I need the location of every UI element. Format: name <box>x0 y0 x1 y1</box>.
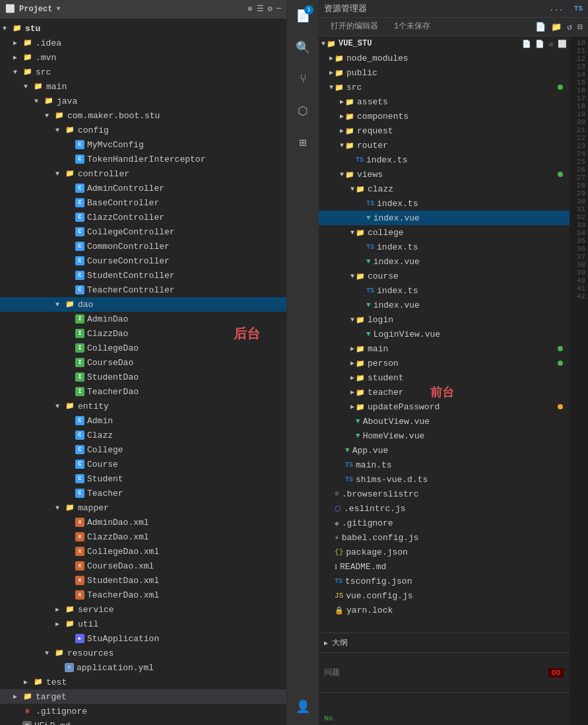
tree-item-mvn[interactable]: ▶ 📁 .mvn <box>0 50 286 65</box>
tree-item-config[interactable]: ▼ 📁 config <box>0 123 286 137</box>
tree-item-studentdao[interactable]: ▶ I StudentDao <box>0 370 286 384</box>
file-item-public[interactable]: ▶ 📁 public <box>319 65 570 80</box>
file-item-student-folder[interactable]: ▶ 📁 student <box>319 370 570 385</box>
tree-item-course-entity[interactable]: ▶ C Course <box>0 457 286 471</box>
tree-item-src[interactable]: ▼ 📁 src <box>0 65 286 79</box>
tree-item-teacherdao[interactable]: ▶ I TeacherDao <box>0 384 286 399</box>
tree-item-collegedao-xml[interactable]: ▶ X CollegeDao.xml <box>0 544 286 559</box>
tree-item-admindao[interactable]: ▶ I AdminDao <box>0 312 286 326</box>
tree-item-collegecontroller[interactable]: ▶ C CollegeController <box>0 224 286 239</box>
minimize-icon[interactable]: — <box>277 4 281 14</box>
tree-item-entity[interactable]: ▼ 📁 entity <box>0 399 286 413</box>
file-item-login[interactable]: ▼ 📁 login <box>319 312 570 327</box>
file-item-college-index-ts[interactable]: ▶ TS index.ts <box>319 240 570 254</box>
tree-item-mapper[interactable]: ▼ 📁 mapper <box>0 501 286 515</box>
file-item-yarn-lock[interactable]: ▶ 🔒 yarn.lock <box>319 603 570 617</box>
tree-item-teacherdao-xml[interactable]: ▶ X TeacherDao.xml <box>0 588 286 602</box>
tab-unsaved[interactable]: 1个未保存 <box>387 18 437 36</box>
file-item-main-right[interactable]: ▶ 📁 main <box>319 341 570 356</box>
file-item-browserslistrc[interactable]: ▶ ≡ .browserslistrc <box>319 487 570 501</box>
file-item-shims-vue[interactable]: ▶ TS shims-vue.d.ts <box>319 472 570 487</box>
new-file-icon[interactable]: 📄 <box>535 22 546 32</box>
tree-item-teachercontroller[interactable]: ▶ C TeacherController <box>0 283 286 297</box>
tree-item-stuapplication[interactable]: ▶ ▶ StuApplication <box>0 631 286 646</box>
file-item-course-index-ts[interactable]: ▶ TS index.ts <box>319 283 570 298</box>
tree-item-mymvcconfig[interactable]: ▶ C MyMvcConfig <box>0 137 286 152</box>
tree-item-application-yml[interactable]: ▶ Y application.yml <box>0 660 286 675</box>
activity-icon-explorer[interactable]: 📄 1 <box>290 3 316 29</box>
file-item-request[interactable]: ▶ 📁 request <box>319 123 570 138</box>
file-item-course-index-vue[interactable]: ▶ ▼ index.vue <box>319 298 570 312</box>
tree-item-clazz-entity[interactable]: ▶ C Clazz <box>0 428 286 442</box>
tree-item-stu[interactable]: ▼ 📁 stu <box>0 21 286 36</box>
tree-item-resources[interactable]: ▼ 📁 resources <box>0 646 286 660</box>
tree-item-coursedao[interactable]: ▶ I CourseDao <box>0 355 286 370</box>
tree-item-admindao-xml[interactable]: ▶ X AdminDao.xml <box>0 515 286 530</box>
file-item-views[interactable]: ▼ 📁 views <box>319 167 570 182</box>
file-item-gitignore-right[interactable]: ▶ ◆ .gitignore <box>319 516 570 530</box>
file-item-college[interactable]: ▼ 📁 college <box>319 225 570 240</box>
file-item-package-json[interactable]: ▶ {} package.json <box>319 545 570 559</box>
tree-item-java[interactable]: ▼ 📁 java <box>0 94 286 108</box>
layout-icon[interactable]: ☰ <box>257 4 264 14</box>
tree-item-test[interactable]: ▶ 📁 test <box>0 675 286 689</box>
outline-section[interactable]: ▶ 大纲 <box>319 633 570 652</box>
file-item-clazz-index-ts[interactable]: ▶ TS index.ts <box>319 196 570 211</box>
new-folder-icon[interactable]: 📁 <box>551 22 562 32</box>
activity-icon-scm[interactable]: ⑂ <box>290 66 316 92</box>
tree-item-com[interactable]: ▼ 📁 com.maker.boot.stu <box>0 108 286 123</box>
add-icon[interactable]: ⊕ <box>247 4 252 14</box>
tree-item-tokenhandler[interactable]: ▶ C TokenHandlerInterceptor <box>0 152 286 166</box>
file-item-loginview-vue[interactable]: ▶ ▼ LoginView.vue <box>319 327 570 341</box>
settings-icon[interactable]: ⚙ <box>268 4 273 14</box>
tree-item-idea[interactable]: ▶ 📁 .idea <box>0 36 286 50</box>
tree-item-college-entity[interactable]: ▶ C College <box>0 442 286 457</box>
file-item-person[interactable]: ▶ 📁 person <box>319 356 570 370</box>
tree-item-commoncontroller[interactable]: ▶ C CommonController <box>0 239 286 254</box>
activity-icon-search[interactable]: 🔍 <box>290 34 316 61</box>
tree-item-admincontroller[interactable]: ▶ C AdminController <box>0 181 286 195</box>
file-item-src-right[interactable]: ▼ 📁 src <box>319 80 570 94</box>
file-item-updatepassword[interactable]: ▶ 📁 updatePassword <box>319 399 570 414</box>
refresh-icon[interactable]: ↺ <box>567 22 572 32</box>
tree-item-collegedao[interactable]: ▶ I CollegeDao <box>0 341 286 355</box>
file-item-eslintrc[interactable]: ▶ ⬡ .eslintrc.js <box>319 501 570 516</box>
file-item-aboutview[interactable]: ▶ ▼ AboutView.vue <box>319 414 570 429</box>
file-item-components[interactable]: ▶ 📁 components <box>319 109 570 123</box>
tree-item-teacher-entity[interactable]: ▶ C Teacher <box>0 486 286 501</box>
tree-item-dao[interactable]: ▼ 📁 dao <box>0 297 286 312</box>
activity-icon-extensions[interactable]: ⊞ <box>290 129 316 156</box>
tree-item-controller[interactable]: ▼ 📁 controller <box>0 166 286 181</box>
file-item-clazz-index-vue[interactable]: ▶ ▼ index.vue <box>319 211 570 225</box>
tree-item-clazzcontroller[interactable]: ▶ C ClazzController <box>0 210 286 224</box>
activity-icon-debug[interactable]: ⬡ <box>290 98 316 124</box>
file-item-router[interactable]: ▼ 📁 router <box>319 138 570 153</box>
file-item-clazz[interactable]: ▼ 📁 clazz <box>319 182 570 196</box>
tree-item-coursedao-xml[interactable]: ▶ X CourseDao.xml <box>0 559 286 573</box>
tree-item-admin-entity[interactable]: ▶ C Admin <box>0 413 286 428</box>
tree-item-coursecontroller[interactable]: ▶ C CourseController <box>0 254 286 268</box>
tree-item-basecontroller[interactable]: ▶ C BaseController <box>0 195 286 210</box>
more-button[interactable]: ... <box>549 4 564 13</box>
file-item-course[interactable]: ▼ 📁 course <box>319 269 570 283</box>
file-item-main-ts[interactable]: ▶ TS main.ts <box>319 458 570 472</box>
tree-item-gitignore-left[interactable]: ▶ ⎈ .gitignore <box>0 704 286 718</box>
tree-item-util[interactable]: ▶ 📁 util <box>0 617 286 631</box>
tree-item-studentcontroller[interactable]: ▶ C StudentController <box>0 268 286 283</box>
file-item-router-index-ts[interactable]: ▶ TS index.ts <box>319 153 570 167</box>
collapse-icon[interactable]: ⊟ <box>577 22 583 32</box>
file-item-readme[interactable]: ▶ ℹ README.md <box>319 559 570 574</box>
file-item-app-vue[interactable]: ▶ ▼ App.vue <box>319 443 570 458</box>
tree-item-service[interactable]: ▶ 📁 service <box>0 602 286 617</box>
file-item-college-index-vue[interactable]: ▶ ▼ index.vue <box>319 254 570 269</box>
file-item-homeview[interactable]: ▶ ▼ HomeView.vue <box>319 429 570 443</box>
file-item-vue-config[interactable]: ▶ JS vue.config.js <box>319 588 570 603</box>
tab-open-editors[interactable]: 打开的编辑器 <box>324 18 385 36</box>
file-item-assets[interactable]: ▶ 📁 assets <box>319 94 570 109</box>
tree-item-main[interactable]: ▼ 📁 main <box>0 79 286 94</box>
file-item-tsconfig[interactable]: ▶ TS tsconfig.json <box>319 574 570 588</box>
tree-item-clazzdao-xml[interactable]: ▶ X ClazzDao.xml <box>0 530 286 544</box>
activity-icon-accounts[interactable]: 👤 <box>290 693 316 720</box>
tree-item-helpmd[interactable]: ▶ M HELP.md <box>0 718 286 725</box>
tree-item-student-entity[interactable]: ▶ C Student <box>0 471 286 486</box>
